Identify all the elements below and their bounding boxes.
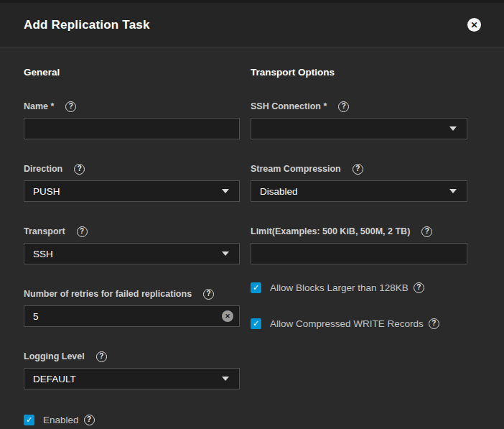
ssh-connection-label: SSH Connection *	[251, 101, 327, 111]
dialog-title: Add Replication Task	[24, 18, 150, 32]
dialog-header: Add Replication Task ✕	[0, 3, 504, 47]
help-icon[interactable]: ?	[77, 226, 88, 237]
name-label: Name *	[24, 101, 54, 111]
ssh-connection-select[interactable]	[251, 118, 467, 139]
field-logging-level: Logging Level ? DEFAULT	[24, 351, 240, 389]
logging-level-value: DEFAULT	[33, 374, 76, 384]
allow-compressed-write-label: Allow Compressed WRITE Records	[270, 318, 424, 329]
field-limit: Limit(Examples: 500 KiB, 500M, 2 TB) ?	[251, 226, 467, 264]
transport-value: SSH	[33, 249, 53, 259]
direction-select[interactable]: PUSH	[24, 180, 240, 202]
transport-label: Transport	[24, 226, 65, 236]
transport-options-heading: Transport Options	[251, 67, 467, 78]
help-icon[interactable]: ?	[84, 415, 95, 425]
logging-level-label: Logging Level	[24, 351, 85, 361]
stream-compression-value: Disabled	[260, 186, 298, 197]
chevron-down-icon	[449, 126, 457, 131]
limit-input[interactable]	[251, 243, 467, 264]
help-icon[interactable]: ?	[421, 226, 432, 237]
help-icon[interactable]: ?	[353, 164, 363, 175]
direction-label: Direction	[24, 164, 62, 174]
chevron-down-icon	[222, 189, 229, 193]
help-icon[interactable]: ?	[96, 351, 107, 362]
logging-level-select[interactable]: DEFAULT	[24, 368, 240, 389]
direction-value: PUSH	[33, 186, 60, 197]
help-icon[interactable]: ?	[414, 282, 424, 293]
general-heading: General	[24, 67, 240, 78]
field-transport: Transport ? SSH	[24, 226, 240, 264]
chevron-down-icon	[222, 252, 229, 256]
name-input[interactable]	[24, 118, 240, 139]
allow-compressed-write-checkbox[interactable]: ✓ Allow Compressed WRITE Records ?	[251, 318, 467, 329]
allow-blocks-label: Allow Blocks Larger than 128KB	[270, 282, 409, 293]
chevron-down-icon	[449, 189, 457, 193]
transport-options-section: Transport Options SSH Connection * ? Str…	[251, 67, 467, 425]
field-retries: Number of retries for failed replication…	[24, 289, 240, 327]
stream-compression-label: Stream Compression	[251, 164, 341, 174]
help-icon[interactable]: ?	[338, 101, 349, 112]
help-icon[interactable]: ?	[65, 101, 76, 112]
checkbox-checked-icon[interactable]: ✓	[251, 318, 261, 329]
field-name: Name * ?	[24, 101, 240, 139]
retries-input[interactable]	[24, 305, 240, 327]
help-icon[interactable]: ?	[203, 289, 214, 300]
allow-blocks-checkbox[interactable]: ✓ Allow Blocks Larger than 128KB ?	[251, 282, 467, 293]
close-icon[interactable]: ✕	[467, 18, 481, 32]
limit-label: Limit(Examples: 500 KiB, 500M, 2 TB)	[251, 226, 410, 236]
enabled-checkbox[interactable]: ✓ Enabled ?	[24, 414, 240, 425]
retries-label: Number of retries for failed replication…	[24, 289, 192, 299]
field-stream-compression: Stream Compression ? Disabled	[251, 164, 467, 202]
dialog-body: General Name * ? Direction ? PUSH Transp…	[24, 67, 504, 425]
clear-icon[interactable]: ✕	[222, 310, 233, 322]
field-ssh-connection: SSH Connection * ?	[251, 101, 467, 139]
chevron-down-icon	[222, 377, 229, 381]
enabled-label: Enabled	[43, 415, 79, 425]
transport-select[interactable]: SSH	[24, 243, 240, 264]
checkbox-checked-icon[interactable]: ✓	[251, 282, 261, 293]
stream-compression-select[interactable]: Disabled	[251, 180, 467, 202]
help-icon[interactable]: ?	[429, 318, 439, 329]
general-section: General Name * ? Direction ? PUSH Transp…	[24, 67, 240, 425]
checkbox-checked-icon[interactable]: ✓	[24, 415, 34, 425]
field-direction: Direction ? PUSH	[24, 164, 240, 202]
help-icon[interactable]: ?	[74, 164, 85, 175]
